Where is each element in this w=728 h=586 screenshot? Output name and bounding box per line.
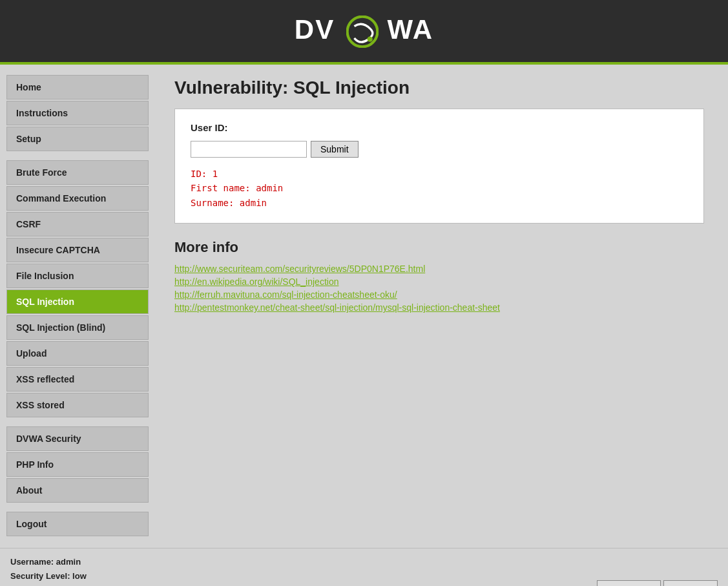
userid-form: Submit — [191, 141, 688, 158]
more-info-title: More info — [174, 239, 709, 256]
sidebar-spacer-2 — [6, 419, 149, 426]
sidebar: Home Instructions Setup Brute Force Comm… — [0, 65, 155, 548]
sidebar-item-sql-injection[interactable]: SQL Injection — [6, 289, 149, 314]
sidebar-item-insecure-captcha[interactable]: Insecure CAPTCHA — [6, 238, 149, 262]
sidebar-item-brute-force[interactable]: Brute Force — [6, 160, 149, 185]
sidebar-item-about[interactable]: About — [6, 478, 149, 503]
footer-security: Security Level: low — [10, 569, 87, 583]
sidebar-item-dvwa-security[interactable]: DVWA Security — [6, 426, 149, 451]
sidebar-spacer-3 — [6, 504, 149, 512]
sidebar-item-setup[interactable]: Setup — [6, 127, 149, 151]
username-value: admin — [56, 557, 81, 567]
header: DV WA — [0, 0, 728, 65]
result-display: ID: 1 First name: admin Surname: admin — [191, 167, 688, 210]
logo-text: DV WA — [295, 14, 433, 45]
sidebar-item-instructions[interactable]: Instructions — [6, 101, 149, 125]
footer-buttons: View Source View Help — [597, 580, 718, 586]
footer-info: Username: admin Security Level: low PHPI… — [10, 555, 87, 586]
main-wrapper: Home Instructions Setup Brute Force Comm… — [0, 65, 728, 548]
sidebar-item-xss-stored[interactable]: XSS stored — [6, 393, 149, 417]
vuln-box: User ID: Submit ID: 1 First name: admin … — [174, 109, 704, 224]
sidebar-item-home[interactable]: Home — [6, 75, 149, 99]
more-info-links: http://www.securiteam.com/securityreview… — [174, 264, 709, 313]
result-line1: ID: 1 — [191, 167, 688, 181]
security-value: low — [72, 571, 87, 581]
link-pentestmonkey[interactable]: http://pentestmonkey.net/cheat-sheet/sql… — [174, 302, 709, 313]
link-wikipedia[interactable]: http://en.wikipedia.org/wiki/SQL_injecti… — [174, 277, 709, 287]
sidebar-spacer-1 — [6, 152, 149, 160]
logo-swirl-icon — [346, 16, 379, 48]
content-area: Vulnerability: SQL Injection User ID: Su… — [155, 65, 728, 548]
footer-username: Username: admin — [10, 555, 87, 569]
sidebar-item-xss-reflected[interactable]: XSS reflected — [6, 367, 149, 392]
footer: Username: admin Security Level: low PHPI… — [0, 548, 728, 586]
svg-point-1 — [367, 36, 372, 41]
result-line2: First name: admin — [191, 181, 688, 195]
sidebar-item-csrf[interactable]: CSRF — [6, 212, 149, 236]
logo: DV WA — [295, 14, 433, 48]
sidebar-item-upload[interactable]: Upload — [6, 341, 149, 366]
sidebar-item-logout[interactable]: Logout — [6, 512, 149, 536]
page-title: Vulnerability: SQL Injection — [174, 78, 709, 98]
sidebar-item-file-inclusion[interactable]: File Inclusion — [6, 264, 149, 288]
username-label: Username: — [10, 557, 56, 567]
result-line3: Surname: admin — [191, 196, 688, 210]
userid-input[interactable] — [191, 141, 307, 158]
userid-label: User ID: — [191, 122, 688, 133]
sidebar-item-php-info[interactable]: PHP Info — [6, 452, 149, 477]
footer-phpids: PHPIDS: disabled — [10, 583, 87, 586]
sidebar-item-sql-injection-blind[interactable]: SQL Injection (Blind) — [6, 315, 149, 340]
view-source-button[interactable]: View Source — [597, 580, 661, 586]
security-label: Security Level: — [10, 571, 72, 581]
link-ferruh[interactable]: http://ferruh.mavituna.com/sql-injection… — [174, 289, 709, 300]
link-securiteam[interactable]: http://www.securiteam.com/securityreview… — [174, 264, 709, 274]
submit-button[interactable]: Submit — [311, 141, 359, 158]
sidebar-item-command-execution[interactable]: Command Execution — [6, 186, 149, 211]
view-help-button[interactable]: View Help — [663, 580, 718, 586]
